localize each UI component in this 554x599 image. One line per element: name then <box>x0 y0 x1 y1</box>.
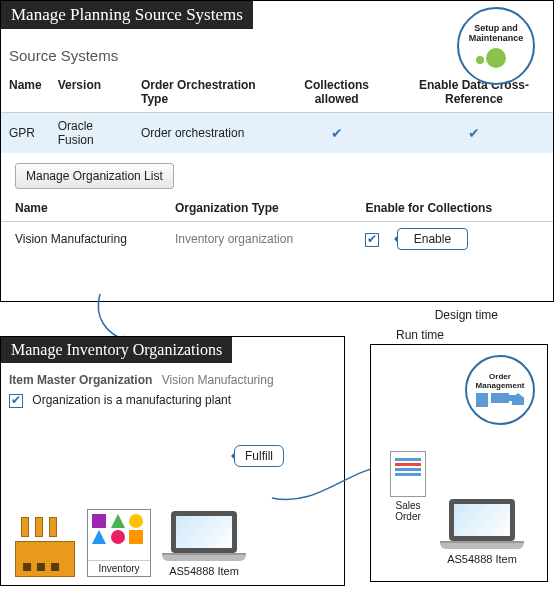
cell-crossref-check: ✔ <box>395 113 553 154</box>
sales-order-doc: Sales Order <box>385 451 431 522</box>
document-icon <box>390 451 426 497</box>
cell-org-name: Vision Manufacturing <box>1 222 161 257</box>
om-icons <box>476 393 524 407</box>
order-management-badge: Order Management <box>465 355 535 425</box>
fulfill-callout: Fulfill <box>234 445 284 467</box>
cell-collections-check: ✔ <box>278 113 395 154</box>
truck-icon <box>491 393 509 403</box>
col-name: Name <box>1 72 50 113</box>
runtime-laptop-icon: AS54888 Item <box>437 499 527 565</box>
laptop-icon: AS54888 Item <box>159 511 249 577</box>
icon-row: Inventory AS54888 Item <box>15 509 249 577</box>
om-badge-label: Order Management <box>467 373 533 390</box>
sales-order-label: Sales Order <box>385 500 431 522</box>
organization-table: Name Organization Type Enable for Collec… <box>1 195 553 256</box>
manufacturing-plant-checkbox[interactable] <box>9 394 23 408</box>
item-master-row: Item Master Organization Vision Manufact… <box>9 373 344 387</box>
cell-name: GPR <box>1 113 50 154</box>
factory-icon <box>15 517 79 577</box>
badge-label: Setup and Maintenance <box>459 24 533 44</box>
cell-orch: Order orchestration <box>133 113 278 154</box>
cell-org-type: Inventory organization <box>161 222 351 257</box>
col-orch-type: Order Orchestration Type <box>133 72 278 113</box>
col-version: Version <box>50 72 133 113</box>
source-systems-table: Name Version Order Orchestration Type Co… <box>1 72 553 153</box>
enable-callout: Enable <box>397 228 468 250</box>
subcol-type: Organization Type <box>161 195 351 222</box>
panel1-title: Manage Planning Source Systems <box>1 1 253 29</box>
design-time-label: Design time <box>435 308 498 322</box>
run-time-label: Run time <box>396 328 444 342</box>
planning-source-systems-panel: Manage Planning Source Systems Setup and… <box>0 0 554 302</box>
table-row: Vision Manufacturing Inventory organizat… <box>1 222 553 257</box>
subcol-name: Name <box>1 195 161 222</box>
subcol-enable: Enable for Collections <box>351 195 553 222</box>
fulfill-callout-wrap: Fulfill <box>220 445 284 467</box>
cell-version: Oracle Fusion <box>50 113 133 154</box>
enable-collections-checkbox[interactable] <box>365 233 379 247</box>
manufacturing-plant-row: Organization is a manufacturing plant <box>9 393 344 408</box>
item-master-label: Item Master Organization <box>9 373 152 387</box>
setup-maintenance-badge: Setup and Maintenance <box>457 7 535 85</box>
gears-icon <box>486 48 506 68</box>
manage-org-list-button[interactable]: Manage Organization List <box>15 163 174 189</box>
inventory-icon-label: Inventory <box>88 560 150 574</box>
table-row[interactable]: GPR Oracle Fusion Order orchestration ✔ … <box>1 113 553 154</box>
inventory-icon: Inventory <box>87 509 151 577</box>
runtime-panel: Order Management Sales Order AS54888 Ite… <box>370 344 548 582</box>
diagram-stage: Design time Run time Manage Inventory Or… <box>0 308 554 592</box>
item-master-value: Vision Manufacturing <box>162 373 274 387</box>
inventory-organizations-panel: Manage Inventory Organizations Item Mast… <box>0 336 345 586</box>
panel2-title: Manage Inventory Organizations <box>1 337 232 363</box>
runtime-item-label: AS54888 Item <box>437 553 527 565</box>
item-label: AS54888 Item <box>159 565 249 577</box>
col-collections: Collections allowed <box>278 72 395 113</box>
manufacturing-plant-label: Organization is a manufacturing plant <box>32 393 231 407</box>
building-icon <box>476 393 488 407</box>
